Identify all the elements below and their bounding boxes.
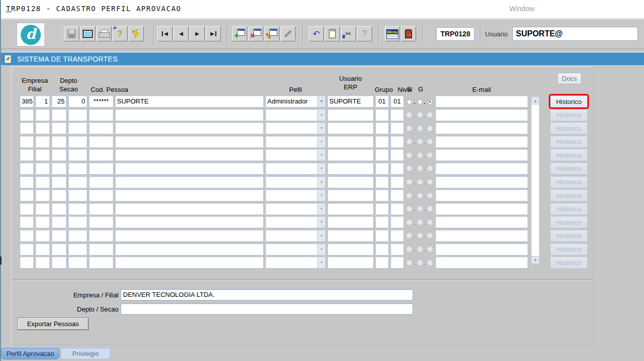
combo-arrow-icon[interactable]: ▼ [317, 244, 325, 255]
grupo-cell[interactable] [375, 109, 389, 121]
filial-cell[interactable] [35, 109, 50, 121]
nome-pessoa-cell[interactable] [115, 149, 264, 161]
sg-radio-3[interactable] [427, 99, 433, 105]
nome-pessoa-cell[interactable] [115, 256, 264, 269]
secao-cell[interactable] [68, 176, 87, 188]
sg-radio-3[interactable] [427, 152, 433, 158]
combo-arrow-icon[interactable]: ▼ [317, 136, 325, 147]
sg-radio-2[interactable] [417, 112, 423, 118]
sg-radio-1[interactable] [406, 193, 412, 198]
pefil-combobox[interactable]: ▼ [265, 216, 326, 228]
cod-pessoa-cell[interactable] [89, 256, 113, 269]
sg-radio-3[interactable] [427, 246, 433, 252]
sg-radio-1[interactable] [406, 179, 412, 185]
depto-cell[interactable] [51, 122, 67, 134]
sg-radio-1[interactable] [406, 126, 412, 131]
empresa-cell[interactable] [20, 176, 34, 188]
secao-cell[interactable] [68, 136, 87, 148]
filial-cell[interactable]: 1 [35, 95, 50, 108]
pefil-combobox[interactable]: ▼ [265, 122, 326, 134]
nome-pessoa-cell[interactable] [115, 122, 264, 134]
combo-arrow-icon[interactable]: ▼ [317, 190, 325, 201]
sg-radio-1[interactable] [406, 112, 412, 118]
nome-pessoa-cell[interactable] [115, 109, 264, 121]
cod-pessoa-cell[interactable] [89, 109, 113, 121]
filial-cell[interactable] [35, 189, 50, 201]
sg-radio-1[interactable] [406, 220, 412, 225]
filial-cell[interactable] [35, 163, 50, 175]
sg-radio-1[interactable] [406, 152, 412, 158]
sg-radio-2[interactable] [417, 206, 423, 212]
menu-item-window[interactable]: Window [509, 5, 535, 13]
delete-record-button[interactable]: × [248, 26, 263, 41]
filial-cell[interactable] [35, 256, 50, 269]
sg-radio-1[interactable] [406, 260, 412, 266]
email-cell[interactable] [435, 136, 528, 148]
pefil-combobox[interactable]: ▼ [265, 149, 326, 161]
exit-button[interactable] [401, 26, 416, 41]
empresa-cell[interactable] [20, 230, 34, 242]
grupo-cell[interactable] [375, 176, 389, 188]
cod-pessoa-cell[interactable] [89, 176, 113, 188]
nivel-cell[interactable] [390, 149, 404, 161]
nivel-cell[interactable] [390, 176, 404, 188]
depto-cell[interactable] [51, 203, 67, 215]
filial-cell[interactable] [35, 176, 50, 188]
grupo-cell[interactable]: 01 [375, 95, 389, 108]
sg-radio-3[interactable] [427, 220, 433, 225]
email-cell[interactable] [435, 230, 528, 242]
secao-cell[interactable] [68, 122, 87, 134]
sg-radio-2[interactable] [417, 193, 423, 198]
email-cell[interactable] [435, 109, 528, 121]
sg-radio-3[interactable] [427, 260, 433, 266]
cod-pessoa-cell[interactable] [89, 149, 113, 161]
usuario-input[interactable]: SUPORTE@ [512, 27, 638, 41]
email-cell[interactable] [435, 163, 528, 175]
pefil-combobox[interactable]: ▼ [265, 163, 326, 175]
depto-cell[interactable] [51, 109, 67, 121]
combo-arrow-icon[interactable]: ▼ [317, 217, 325, 228]
exportar-pessoas-button[interactable]: Exportar Pessoas [17, 318, 89, 330]
combo-arrow-icon[interactable]: ▼ [317, 177, 325, 188]
nome-pessoa-cell[interactable] [115, 189, 264, 201]
sg-radio-3[interactable] [427, 166, 433, 171]
depto-cell[interactable]: 25 [51, 95, 67, 108]
sg-radio-3[interactable] [427, 179, 433, 185]
email-cell[interactable] [435, 203, 528, 215]
email-cell[interactable] [435, 176, 528, 188]
grupo-cell[interactable] [375, 243, 389, 255]
depto-cell[interactable] [51, 189, 67, 201]
secao-cell[interactable] [68, 189, 87, 201]
combo-arrow-icon[interactable]: ▼ [317, 110, 325, 121]
secao-cell[interactable] [68, 109, 87, 121]
nivel-cell[interactable] [390, 109, 404, 121]
grupo-cell[interactable] [375, 203, 389, 215]
program-code-box[interactable]: TRP0128 [436, 27, 475, 41]
sg-radio-1[interactable] [406, 233, 412, 238]
empresa-cell[interactable]: 385 [20, 95, 34, 108]
filial-cell[interactable] [35, 122, 50, 134]
help-wizard-button[interactable]: ? [112, 26, 128, 41]
pefil-combobox[interactable]: ▼ [265, 230, 326, 242]
nav-previous-button[interactable]: ◀ [173, 26, 189, 41]
paste-button[interactable] [325, 26, 340, 41]
sg-radio-3[interactable] [427, 112, 433, 118]
cod-pessoa-cell[interactable] [89, 216, 113, 228]
sg-radio-1[interactable] [406, 166, 412, 171]
cod-pessoa-cell[interactable]: ****** [89, 95, 113, 108]
usuario-erp-cell[interactable] [327, 163, 374, 175]
depto-cell[interactable] [51, 149, 67, 161]
email-cell[interactable] [435, 189, 528, 201]
nivel-cell[interactable] [390, 256, 404, 269]
email-cell[interactable] [435, 216, 528, 228]
nivel-cell[interactable] [390, 136, 404, 148]
menu-button[interactable]: Menu [385, 26, 400, 41]
depto-cell[interactable] [51, 216, 67, 228]
tab-perfil-aprovacao[interactable]: Perfil Aprovacao [1, 348, 60, 359]
sg-radio-1[interactable] [406, 206, 412, 212]
grupo-cell[interactable] [375, 122, 389, 134]
nav-first-button[interactable]: ◀ [157, 26, 172, 41]
app-logo[interactable]: d [17, 23, 45, 46]
email-cell[interactable] [435, 122, 528, 134]
sg-radio-1[interactable] [406, 246, 412, 252]
